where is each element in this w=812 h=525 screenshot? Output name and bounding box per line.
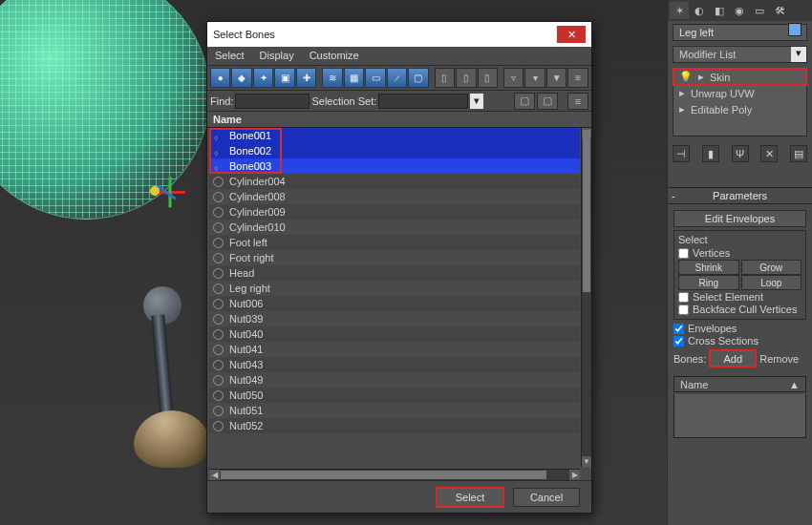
funnel-icon[interactable]: ▼ [546, 68, 566, 88]
filter-cameras-icon[interactable]: ▣ [274, 68, 294, 88]
close-button[interactable]: ✕ [557, 26, 586, 43]
scroll-thumb-h[interactable] [221, 471, 546, 479]
list-view-icon[interactable]: ≡ [567, 93, 588, 110]
select-none-icon[interactable]: ▯ [456, 68, 476, 88]
select-group-title: Select [678, 234, 801, 245]
list-item[interactable]: Nut050 [209, 388, 580, 403]
list-item[interactable]: Nut041 [209, 342, 580, 357]
collapse-all-icon[interactable]: ▢ [537, 93, 558, 110]
list-item[interactable]: Nut049 [209, 372, 580, 388]
filter-containers-icon[interactable]: ▢ [408, 68, 428, 88]
filter-lights-icon[interactable]: ✦ [253, 68, 273, 88]
bones-list-header[interactable]: Name ▲ [673, 376, 806, 392]
sort-icon[interactable]: ▲ [789, 379, 800, 390]
hierarchy-tab-icon[interactable]: ◧ [710, 2, 729, 19]
list-item[interactable]: Cylinder004 [209, 174, 580, 189]
motion-tab-icon[interactable]: ◉ [730, 2, 749, 19]
vertices-checkbox[interactable]: Vertices [678, 247, 801, 259]
filter-bones-icon[interactable]: ⟋ [387, 68, 407, 88]
list-item[interactable]: Nut043 [209, 357, 580, 372]
list-item[interactable]: ⬨Bone003 [209, 158, 580, 174]
filter-helpers-icon[interactable]: ✚ [296, 68, 316, 88]
list-column-name[interactable]: Name [207, 112, 591, 128]
backface-cull-checkbox[interactable]: Backface Cull Vertices [678, 304, 801, 315]
scroll-left-icon[interactable]: ◀ [209, 470, 220, 480]
create-tab-icon[interactable]: ✶ [670, 2, 689, 19]
find-input[interactable] [235, 94, 310, 109]
selection-set-dropdown-icon[interactable]: ▾ [470, 94, 483, 109]
grow-button[interactable]: Grow [741, 260, 802, 275]
chevron-down-icon[interactable]: ▾ [791, 47, 806, 62]
menu-select[interactable]: Select [215, 50, 245, 62]
sync-selection-icon[interactable]: ▾ [524, 68, 545, 88]
list-item[interactable]: Cylinder008 [209, 189, 580, 204]
remove-modifier-icon[interactable]: ✕ [760, 145, 778, 162]
list-item[interactable]: Head [209, 265, 580, 281]
list-item[interactable]: Cylinder009 [209, 204, 580, 220]
display-tab-icon[interactable]: ▭ [750, 2, 769, 19]
dialog-titlebar[interactable]: Select Bones ✕ [207, 22, 591, 47]
list-item[interactable]: Nut051 [209, 403, 580, 418]
transform-gizmo[interactable] [148, 167, 196, 215]
add-bone-button[interactable]: Add [710, 350, 756, 367]
modifier-list-dropdown[interactable]: Modifier List ▾ [673, 46, 807, 63]
select-element-checkbox[interactable]: Select Element [678, 291, 801, 303]
list-item[interactable]: Leg right [209, 281, 580, 296]
envelopes-checkbox[interactable]: Envelopes [673, 323, 806, 334]
bones-list[interactable] [673, 394, 806, 438]
object-icon [213, 268, 224, 279]
rollup-header[interactable]: -Parameters [668, 188, 812, 204]
modifier-stack[interactable]: 💡▸Skin ▸Unwrap UVW ▸Editable Poly [673, 68, 807, 136]
object-icon [213, 222, 224, 233]
make-unique-icon[interactable]: Ψ [732, 145, 749, 162]
list-item[interactable]: Nut052 [209, 418, 580, 433]
dialog-find-row: Find: Selection Set: ▾ ▢ ▢ ≡ [207, 91, 591, 112]
utilities-tab-icon[interactable]: 🛠 [770, 2, 789, 19]
expand-all-icon[interactable]: ▢ [514, 93, 535, 110]
scroll-thumb[interactable] [583, 130, 590, 292]
select-button[interactable]: Select [437, 488, 503, 507]
modifier-skin[interactable]: 💡▸Skin [673, 69, 806, 85]
loop-button[interactable]: Loop [741, 275, 802, 290]
edit-envelopes-button[interactable]: Edit Envelopes [673, 210, 806, 227]
list-item[interactable]: Nut006 [209, 296, 580, 311]
list-item[interactable]: Nut039 [209, 311, 580, 326]
filter-xrefs-icon[interactable]: ▭ [365, 68, 385, 88]
cancel-button[interactable]: Cancel [513, 488, 580, 507]
vertical-scrollbar[interactable]: ▲ ▼ [581, 128, 591, 467]
list-item[interactable]: Foot left [209, 235, 580, 250]
shrink-button[interactable]: Shrink [678, 260, 739, 275]
select-invert-icon[interactable]: ▯ [478, 68, 498, 88]
pin-stack-icon[interactable]: ⊣ [673, 145, 690, 162]
filter-groups-icon[interactable]: ▦ [344, 68, 364, 88]
select-children-icon[interactable]: ▿ [503, 68, 524, 88]
show-end-result-icon[interactable]: ▮ [702, 145, 719, 162]
list-item[interactable]: ⬨Bone001 [209, 128, 580, 143]
modifier-editable-poly[interactable]: ▸Editable Poly [673, 101, 806, 117]
menu-display[interactable]: Display [260, 50, 294, 62]
list-item[interactable]: Cylinder010 [209, 220, 580, 235]
filter-geometry-icon[interactable]: ● [210, 68, 230, 88]
list-item[interactable]: ⬨Bone002 [209, 143, 580, 158]
modifier-unwrap-uvw[interactable]: ▸Unwrap UVW [673, 85, 806, 101]
ring-button[interactable]: Ring [678, 275, 739, 290]
selection-set-input[interactable] [378, 94, 468, 109]
cross-sections-checkbox[interactable]: Cross Sections [673, 335, 806, 346]
horizontal-scrollbar[interactable]: ◀ ▶ [209, 469, 580, 480]
filter-spacewarps-icon[interactable]: ≋ [322, 68, 342, 88]
list-item[interactable]: Foot right [209, 250, 580, 265]
scroll-down-icon[interactable]: ▼ [582, 456, 591, 467]
filter-shapes-icon[interactable]: ◆ [231, 68, 251, 88]
axis-origin-icon[interactable] [150, 186, 160, 196]
modify-tab-icon[interactable]: ◐ [690, 2, 709, 19]
settings-icon[interactable]: ≡ [567, 68, 588, 88]
configure-sets-icon[interactable]: ▤ [790, 145, 807, 162]
node-color-swatch[interactable] [788, 23, 801, 36]
select-all-icon[interactable]: ▯ [435, 68, 455, 88]
menu-customize[interactable]: Customize [310, 50, 359, 62]
selected-node-name[interactable]: Leg left [673, 24, 807, 41]
list-item-label: Nut040 [229, 328, 263, 340]
list-item[interactable]: Nut040 [209, 326, 580, 342]
remove-bone-label[interactable]: Remove [759, 353, 799, 365]
scroll-right-icon[interactable]: ▶ [569, 470, 580, 480]
